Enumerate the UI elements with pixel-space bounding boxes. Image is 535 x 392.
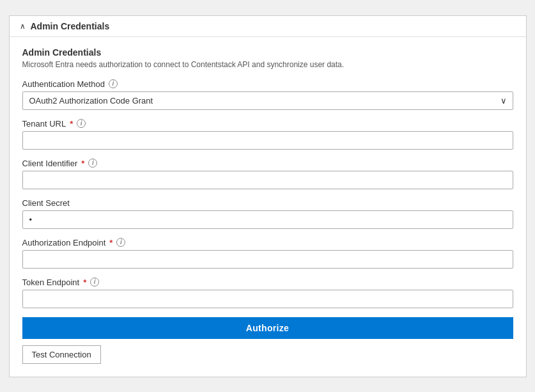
client-identifier-required-star: * [81, 159, 84, 168]
tenant-url-info-icon[interactable]: i [77, 119, 86, 128]
authorize-button[interactable]: Authorize [22, 317, 513, 339]
card-header-title: Admin Credentials [31, 21, 110, 31]
tenant-url-field: Tenant URL * i [22, 119, 513, 150]
token-endpoint-label-text: Token Endpoint [22, 278, 80, 287]
token-endpoint-field: Token Endpoint * i [22, 278, 513, 308]
client-identifier-info-icon[interactable]: i [88, 159, 97, 168]
authentication-method-field: Authentication Method i OAuth2 Authoriza… [22, 79, 513, 110]
authorization-endpoint-required-star: * [109, 238, 112, 247]
client-identifier-label: Client Identifier * i [22, 159, 513, 168]
client-secret-label-text: Client Secret [22, 198, 70, 208]
authentication-method-select-wrapper: OAuth2 Authorization Code Grant ∨ [22, 91, 513, 110]
section-description: Microsoft Entra needs authorization to c… [22, 60, 513, 69]
admin-credentials-card: ∧ Admin Credentials Admin Credentials Mi… [9, 15, 527, 377]
authentication-method-info-icon[interactable]: i [109, 79, 118, 88]
client-secret-label: Client Secret [22, 198, 513, 208]
authorization-endpoint-field: Authorization Endpoint * i [22, 238, 513, 269]
tenant-url-label: Tenant URL * i [22, 119, 513, 129]
test-connection-button[interactable]: Test Connection [22, 345, 101, 364]
authorization-endpoint-info-icon[interactable]: i [116, 238, 125, 247]
client-secret-field: Client Secret [22, 198, 513, 229]
authorization-endpoint-label-text: Authorization Endpoint [22, 238, 106, 247]
client-secret-input[interactable] [22, 210, 513, 229]
card-header: ∧ Admin Credentials [10, 16, 526, 37]
token-endpoint-label: Token Endpoint * i [22, 278, 513, 287]
client-identifier-input[interactable] [22, 171, 513, 189]
client-identifier-field: Client Identifier * i [22, 159, 513, 189]
authentication-method-label: Authentication Method i [22, 79, 513, 89]
section-title: Admin Credentials [22, 47, 513, 58]
token-endpoint-required-star: * [83, 278, 86, 287]
token-endpoint-info-icon[interactable]: i [90, 278, 99, 286]
authorization-endpoint-label: Authorization Endpoint * i [22, 238, 513, 247]
client-identifier-label-text: Client Identifier [22, 159, 78, 168]
card-body: Admin Credentials Microsoft Entra needs … [10, 37, 526, 377]
authorization-endpoint-input[interactable] [22, 250, 513, 269]
tenant-url-required-star: * [70, 119, 73, 129]
tenant-url-label-text: Tenant URL [22, 119, 66, 129]
collapse-chevron-icon[interactable]: ∧ [20, 22, 26, 31]
tenant-url-input[interactable] [22, 131, 513, 150]
token-endpoint-input[interactable] [22, 290, 513, 308]
authentication-method-label-text: Authentication Method [22, 79, 105, 89]
authentication-method-select[interactable]: OAuth2 Authorization Code Grant [22, 91, 513, 110]
